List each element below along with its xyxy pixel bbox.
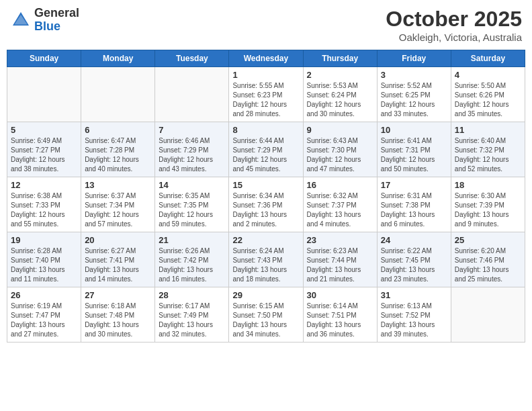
- calendar-cell: 22Sunrise: 6:24 AM Sunset: 7:43 PM Dayli…: [229, 232, 303, 287]
- day-info: Sunrise: 6:32 AM Sunset: 7:37 PM Dayligh…: [307, 191, 373, 229]
- month-title: October 2025: [386, 7, 522, 32]
- day-info: Sunrise: 6:44 AM Sunset: 7:29 PM Dayligh…: [232, 136, 299, 174]
- calendar-cell: 17Sunrise: 6:31 AM Sunset: 7:38 PM Dayli…: [377, 177, 451, 232]
- day-info: Sunrise: 6:38 AM Sunset: 7:33 PM Dayligh…: [11, 191, 77, 229]
- day-info: Sunrise: 5:53 AM Sunset: 6:24 PM Dayligh…: [307, 81, 373, 119]
- calendar-cell: 8Sunrise: 6:44 AM Sunset: 7:29 PM Daylig…: [229, 122, 303, 177]
- calendar-cell: 27Sunrise: 6:18 AM Sunset: 7:48 PM Dayli…: [81, 287, 155, 342]
- calendar-cell: 23Sunrise: 6:23 AM Sunset: 7:44 PM Dayli…: [303, 232, 377, 287]
- day-number: 2: [307, 70, 373, 80]
- calendar-cell: 6Sunrise: 6:47 AM Sunset: 7:28 PM Daylig…: [81, 122, 155, 177]
- calendar-cell: 13Sunrise: 6:37 AM Sunset: 7:34 PM Dayli…: [81, 177, 155, 232]
- day-header-thursday: Thursday: [303, 50, 377, 67]
- day-number: 31: [381, 290, 447, 300]
- calendar-week-row: 26Sunrise: 6:19 AM Sunset: 7:47 PM Dayli…: [7, 287, 525, 342]
- calendar-cell: 20Sunrise: 6:27 AM Sunset: 7:41 PM Dayli…: [81, 232, 155, 287]
- day-number: 13: [85, 180, 151, 190]
- day-info: Sunrise: 6:15 AM Sunset: 7:50 PM Dayligh…: [232, 302, 299, 339]
- day-number: 23: [307, 235, 373, 245]
- day-header-saturday: Saturday: [451, 50, 525, 67]
- location-subtitle: Oakleigh, Victoria, Australia: [386, 32, 522, 43]
- calendar-cell: 29Sunrise: 6:15 AM Sunset: 7:50 PM Dayli…: [229, 287, 303, 342]
- day-info: Sunrise: 6:26 AM Sunset: 7:42 PM Dayligh…: [159, 246, 225, 284]
- day-info: Sunrise: 6:43 AM Sunset: 7:30 PM Dayligh…: [307, 136, 373, 174]
- day-header-monday: Monday: [81, 50, 155, 67]
- day-number: 27: [85, 290, 151, 300]
- day-info: Sunrise: 5:52 AM Sunset: 6:25 PM Dayligh…: [381, 81, 447, 119]
- day-number: 5: [11, 125, 77, 135]
- day-number: 15: [232, 180, 299, 190]
- calendar-cell: [155, 67, 229, 122]
- calendar-table: SundayMondayTuesdayWednesdayThursdayFrid…: [7, 50, 525, 342]
- calendar-cell: 11Sunrise: 6:40 AM Sunset: 7:32 PM Dayli…: [451, 122, 525, 177]
- day-info: Sunrise: 6:49 AM Sunset: 7:27 PM Dayligh…: [11, 136, 77, 174]
- day-number: 3: [381, 70, 447, 80]
- day-header-sunday: Sunday: [7, 50, 81, 67]
- day-number: 30: [307, 290, 373, 300]
- day-number: 21: [159, 235, 225, 245]
- day-info: Sunrise: 5:50 AM Sunset: 6:26 PM Dayligh…: [455, 81, 521, 119]
- calendar-cell: 25Sunrise: 6:20 AM Sunset: 7:46 PM Dayli…: [451, 232, 525, 287]
- day-number: 1: [232, 70, 299, 80]
- day-info: Sunrise: 6:27 AM Sunset: 7:41 PM Dayligh…: [85, 246, 151, 284]
- calendar-week-row: 5Sunrise: 6:49 AM Sunset: 7:27 PM Daylig…: [7, 122, 525, 177]
- logo-blue-text: Blue: [34, 19, 60, 33]
- day-info: Sunrise: 6:40 AM Sunset: 7:32 PM Dayligh…: [455, 136, 521, 174]
- calendar-cell: 1Sunrise: 5:55 AM Sunset: 6:23 PM Daylig…: [229, 67, 303, 122]
- calendar-cell: 16Sunrise: 6:32 AM Sunset: 7:37 PM Dayli…: [303, 177, 377, 232]
- day-info: Sunrise: 6:28 AM Sunset: 7:40 PM Dayligh…: [11, 246, 77, 284]
- day-number: 16: [307, 180, 373, 190]
- day-number: 9: [307, 125, 373, 135]
- calendar-week-row: 1Sunrise: 5:55 AM Sunset: 6:23 PM Daylig…: [7, 67, 525, 122]
- day-number: 10: [381, 125, 447, 135]
- day-number: 26: [11, 290, 77, 300]
- logo: General Blue: [10, 7, 79, 34]
- calendar-cell: 12Sunrise: 6:38 AM Sunset: 7:33 PM Dayli…: [7, 177, 81, 232]
- day-number: 7: [159, 125, 225, 135]
- day-number: 24: [381, 235, 447, 245]
- calendar-cell: 5Sunrise: 6:49 AM Sunset: 7:27 PM Daylig…: [7, 122, 81, 177]
- day-number: 29: [232, 290, 299, 300]
- calendar-cell: 15Sunrise: 6:34 AM Sunset: 7:36 PM Dayli…: [229, 177, 303, 232]
- day-number: 20: [85, 235, 151, 245]
- calendar-cell: 10Sunrise: 6:41 AM Sunset: 7:31 PM Dayli…: [377, 122, 451, 177]
- day-header-wednesday: Wednesday: [229, 50, 303, 67]
- calendar-cell: 14Sunrise: 6:35 AM Sunset: 7:35 PM Dayli…: [155, 177, 229, 232]
- calendar-cell: 9Sunrise: 6:43 AM Sunset: 7:30 PM Daylig…: [303, 122, 377, 177]
- calendar-cell: 24Sunrise: 6:22 AM Sunset: 7:45 PM Dayli…: [377, 232, 451, 287]
- day-info: Sunrise: 6:24 AM Sunset: 7:43 PM Dayligh…: [232, 246, 299, 284]
- logo-general-text: General: [34, 6, 79, 19]
- day-number: 6: [85, 125, 151, 135]
- day-info: Sunrise: 6:30 AM Sunset: 7:39 PM Dayligh…: [455, 191, 521, 229]
- day-number: 17: [381, 180, 447, 190]
- calendar-cell: 26Sunrise: 6:19 AM Sunset: 7:47 PM Dayli…: [7, 287, 81, 342]
- day-info: Sunrise: 6:14 AM Sunset: 7:51 PM Dayligh…: [307, 302, 373, 339]
- day-info: Sunrise: 6:23 AM Sunset: 7:44 PM Dayligh…: [307, 246, 373, 284]
- day-header-tuesday: Tuesday: [155, 50, 229, 67]
- day-number: 18: [455, 180, 521, 190]
- day-info: Sunrise: 6:19 AM Sunset: 7:47 PM Dayligh…: [11, 302, 77, 339]
- calendar-cell: 30Sunrise: 6:14 AM Sunset: 7:51 PM Dayli…: [303, 287, 377, 342]
- day-info: Sunrise: 6:17 AM Sunset: 7:49 PM Dayligh…: [159, 302, 225, 339]
- day-info: Sunrise: 6:18 AM Sunset: 7:48 PM Dayligh…: [85, 302, 151, 339]
- day-number: 28: [159, 290, 225, 300]
- calendar-cell: 31Sunrise: 6:13 AM Sunset: 7:52 PM Dayli…: [377, 287, 451, 342]
- day-number: 19: [11, 235, 77, 245]
- calendar-cell: 18Sunrise: 6:30 AM Sunset: 7:39 PM Dayli…: [451, 177, 525, 232]
- day-info: Sunrise: 5:55 AM Sunset: 6:23 PM Dayligh…: [232, 81, 299, 119]
- day-info: Sunrise: 6:22 AM Sunset: 7:45 PM Dayligh…: [381, 246, 447, 284]
- calendar-cell: [7, 67, 81, 122]
- day-info: Sunrise: 6:34 AM Sunset: 7:36 PM Dayligh…: [232, 191, 299, 229]
- calendar-cell: 7Sunrise: 6:46 AM Sunset: 7:29 PM Daylig…: [155, 122, 229, 177]
- title-area: October 2025 Oakleigh, Victoria, Austral…: [386, 7, 522, 43]
- day-info: Sunrise: 6:46 AM Sunset: 7:29 PM Dayligh…: [159, 136, 225, 174]
- day-info: Sunrise: 6:41 AM Sunset: 7:31 PM Dayligh…: [381, 136, 447, 174]
- day-header-friday: Friday: [377, 50, 451, 67]
- day-info: Sunrise: 6:35 AM Sunset: 7:35 PM Dayligh…: [159, 191, 225, 229]
- calendar-header-row: SundayMondayTuesdayWednesdayThursdayFrid…: [7, 50, 525, 67]
- calendar-cell: 28Sunrise: 6:17 AM Sunset: 7:49 PM Dayli…: [155, 287, 229, 342]
- day-info: Sunrise: 6:20 AM Sunset: 7:46 PM Dayligh…: [455, 246, 521, 284]
- day-info: Sunrise: 6:47 AM Sunset: 7:28 PM Dayligh…: [85, 136, 151, 174]
- day-number: 12: [11, 180, 77, 190]
- day-info: Sunrise: 6:37 AM Sunset: 7:34 PM Dayligh…: [85, 191, 151, 229]
